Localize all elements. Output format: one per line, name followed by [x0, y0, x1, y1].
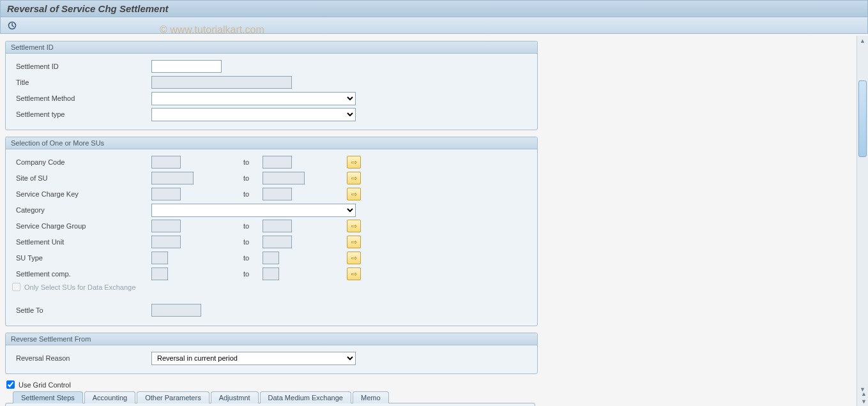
input-title: [151, 76, 292, 89]
label-to: to: [238, 158, 263, 166]
select-settlement-type[interactable]: [151, 108, 356, 121]
label-service-charge-group: Service Charge Group: [11, 222, 151, 230]
label-only-select-sus: Only Select SUs for Data Exchange: [23, 283, 135, 291]
tab-other-parameters[interactable]: Other Parameters: [137, 391, 209, 403]
input-sckey-to[interactable]: [263, 188, 292, 200]
label-site-su: Site of SU: [11, 174, 151, 182]
tab-settlement-steps[interactable]: Settlement Steps: [13, 391, 83, 403]
arrow-right-icon: ⇨: [351, 239, 357, 246]
select-category[interactable]: [151, 204, 356, 217]
main-form: Settlement ID Settlement ID Title Settle…: [0, 36, 543, 406]
input-company-code-to[interactable]: [263, 156, 292, 169]
input-settlement-id[interactable]: [151, 60, 222, 73]
label-to: to: [238, 222, 263, 230]
scroll-thumb[interactable]: [858, 80, 867, 157]
arrow-right-icon: ⇨: [351, 223, 357, 230]
execute-icon[interactable]: [7, 20, 17, 31]
input-site-su-to[interactable]: [263, 172, 305, 184]
select-settlement-method[interactable]: [151, 92, 356, 105]
arrow-right-icon: ⇨: [351, 255, 357, 262]
tab-area: Settlement Steps Accounting Other Parame…: [5, 391, 535, 406]
input-scgroup-to[interactable]: [263, 220, 292, 232]
label-reversal-reason: Reversal Reason: [11, 354, 151, 362]
multiselect-company-code[interactable]: ⇨: [347, 156, 361, 169]
group-settlement-id: Settlement ID Settlement ID Title Settle…: [5, 41, 538, 130]
label-to: to: [238, 174, 263, 182]
label-company-code: Company Code: [11, 158, 151, 166]
arrow-right-icon: ⇨: [351, 271, 357, 278]
group-header-reverse: Reverse Settlement From: [6, 333, 537, 345]
arrow-right-icon: ⇨: [351, 159, 357, 166]
label-category: Category: [11, 206, 151, 214]
input-site-su-from[interactable]: [151, 172, 194, 184]
multiselect-sunit[interactable]: ⇨: [347, 236, 361, 248]
label-to: to: [238, 254, 263, 262]
input-company-code-from[interactable]: [151, 156, 181, 169]
group-header-settlement-id: Settlement ID: [6, 41, 537, 54]
arrow-right-icon: ⇨: [351, 175, 357, 182]
checkbox-use-grid[interactable]: [6, 380, 15, 389]
group-reverse-settlement: Reverse Settlement From Reversal Reason …: [5, 333, 538, 374]
label-settle-to: Settle To: [11, 306, 151, 314]
spin-down-icon[interactable]: ▼: [861, 398, 867, 405]
input-sckey-from[interactable]: [151, 188, 181, 200]
input-settle-to[interactable]: [151, 304, 201, 317]
label-settlement-method: Settlement Method: [11, 94, 151, 102]
select-reversal-reason[interactable]: Reversal in current period: [151, 352, 356, 365]
multiselect-scgroup[interactable]: ⇨: [347, 220, 361, 232]
multiselect-site-su[interactable]: ⇨: [347, 172, 361, 184]
input-sutype-from[interactable]: [151, 252, 168, 264]
label-su-type: SU Type: [11, 254, 151, 262]
input-sunit-from[interactable]: [151, 236, 181, 248]
input-scomp-from[interactable]: [151, 267, 168, 280]
label-title: Title: [11, 79, 151, 86]
group-header-selection-su: Selection of One or More SUs: [6, 137, 537, 149]
scroll-up-icon[interactable]: ▲: [860, 38, 865, 44]
arrow-right-icon: ⇨: [351, 191, 357, 198]
label-use-grid: Use Grid Control: [17, 381, 71, 389]
input-sutype-to[interactable]: [263, 252, 279, 264]
tab-strip: Settlement Steps Accounting Other Parame…: [13, 391, 535, 403]
tab-accounting[interactable]: Accounting: [84, 391, 135, 403]
page-title: Reversal of Service Chg Settlement: [0, 0, 868, 17]
label-to: to: [238, 238, 263, 246]
label-settlement-unit: Settlement Unit: [11, 238, 151, 246]
vertical-scrollbar[interactable]: ▲ ▼: [857, 36, 868, 406]
label-settlement-id: Settlement ID: [11, 63, 151, 70]
tab-adjustmnt[interactable]: Adjustmnt: [211, 391, 259, 403]
toolbar: [0, 17, 868, 34]
input-scomp-to[interactable]: [263, 267, 279, 280]
multiselect-scomp[interactable]: ⇨: [347, 267, 361, 280]
input-scgroup-from[interactable]: [151, 220, 181, 232]
label-to: to: [238, 190, 263, 198]
label-to: to: [238, 270, 263, 278]
label-settlement-type: Settlement type: [11, 110, 151, 118]
label-settlement-comp: Settlement comp.: [11, 270, 151, 278]
multiselect-sckey[interactable]: ⇨: [347, 188, 361, 200]
spin-up-icon[interactable]: ▲: [861, 391, 867, 397]
label-service-charge-key: Service Charge Key: [11, 190, 151, 198]
group-selection-su: Selection of One or More SUs Company Cod…: [5, 137, 538, 326]
tab-memo[interactable]: Memo: [353, 391, 389, 403]
multiselect-sutype[interactable]: ⇨: [347, 252, 361, 264]
checkbox-only-select-sus: [12, 283, 20, 291]
tab-data-medium-exchange[interactable]: Data Medium Exchange: [260, 391, 351, 403]
input-sunit-to[interactable]: [263, 236, 292, 248]
